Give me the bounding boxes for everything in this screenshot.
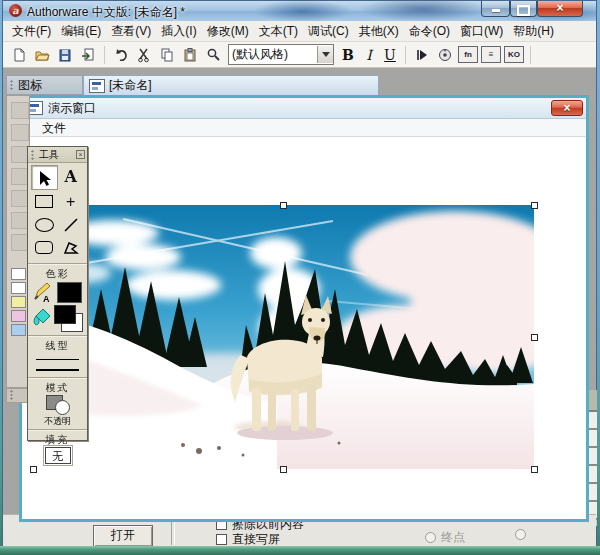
text-style-dropdown[interactable]: (默认风格)	[228, 44, 334, 65]
presentation-title: 演示窗口	[48, 100, 96, 117]
opaque-mode-icon[interactable]	[45, 395, 71, 415]
save-all-icon[interactable]	[55, 45, 75, 65]
toolbar-separator	[405, 46, 406, 64]
icon-palette-title: 图标	[18, 77, 42, 94]
menu-other[interactable]: 其他(X)	[354, 21, 404, 41]
presentation-titlebar: 演示窗口 ×	[22, 98, 586, 119]
design-window-title: [未命名]	[109, 77, 152, 94]
undo-icon[interactable]	[111, 45, 131, 65]
selection-handle-bottom-left[interactable]	[30, 466, 37, 473]
design-window-tab[interactable]: [未命名]	[83, 75, 379, 96]
menu-help[interactable]: 帮助(H)	[508, 21, 559, 41]
functions-icon[interactable]: fn	[458, 46, 478, 63]
end-point-label: 终点	[441, 529, 465, 546]
knowledge-objects-icon[interactable]: KO	[504, 46, 524, 63]
minimize-button[interactable]	[481, 1, 510, 17]
open-file-icon[interactable]	[32, 45, 52, 65]
new-file-icon[interactable]	[9, 45, 29, 65]
ellipse-tool[interactable]	[31, 213, 58, 236]
dog-photo[interactable]	[33, 205, 534, 469]
menu-commands[interactable]: 命令(O)	[404, 21, 455, 41]
underline-button[interactable]: U	[381, 47, 399, 63]
diagonal-line-icon	[63, 217, 79, 233]
cropped-radio[interactable]	[515, 529, 526, 540]
paste-icon[interactable]	[180, 45, 200, 65]
fill-bucket-icon[interactable]	[32, 306, 54, 332]
pointer-tool[interactable]	[31, 165, 58, 190]
menu-text[interactable]: 文本(T)	[254, 21, 303, 41]
direct-write-checkbox[interactable]	[216, 534, 227, 545]
drag-handle-icon[interactable]	[31, 149, 36, 161]
dropdown-arrow-icon[interactable]	[317, 46, 333, 63]
tools-close-icon[interactable]: ×	[76, 150, 85, 159]
mode-value: 不透明	[28, 415, 87, 427]
diagonal-line-tool[interactable]	[58, 213, 85, 236]
tools-palette-title: 工具	[39, 148, 59, 162]
color-section-title: 色彩	[28, 267, 87, 280]
presentation-close-button[interactable]: ×	[551, 100, 583, 116]
ellipse-icon	[35, 218, 54, 232]
window-title: Authorware 中文版: [未命名] *	[27, 4, 185, 21]
presentation-menu-file[interactable]: 文件	[37, 118, 71, 138]
selection-handle-top-center[interactable]	[280, 202, 287, 209]
mode-section-title: 模式	[28, 381, 87, 394]
rounded-rectangle-tool[interactable]	[31, 236, 58, 259]
line-tool[interactable]: +	[58, 190, 85, 213]
text-tool[interactable]: A	[58, 165, 85, 188]
menu-insert[interactable]: 插入(I)	[156, 21, 201, 41]
variables-icon[interactable]: ≡	[481, 46, 501, 63]
import-icon[interactable]	[78, 45, 98, 65]
copy-icon[interactable]	[157, 45, 177, 65]
selection-handle-mid-right[interactable]	[531, 334, 538, 341]
thin-line-option[interactable]	[36, 359, 79, 360]
bold-button[interactable]: B	[339, 47, 357, 63]
foreground-color-swatch[interactable]	[57, 282, 82, 303]
maximize-icon	[517, 5, 530, 16]
motion-icon-button[interactable]	[11, 124, 29, 141]
selection-handle-top-right[interactable]	[531, 202, 538, 209]
italic-button[interactable]: I	[360, 47, 378, 63]
fill-none-option[interactable]: 无	[45, 447, 71, 464]
pointer-arrow-icon	[36, 169, 52, 187]
menubar: 文件(F) 编辑(E) 查看(V) 插入(I) 修改(M) 文本(T) 调试(C…	[3, 21, 596, 42]
fill-color-swatches[interactable]	[54, 305, 83, 332]
menu-debug[interactable]: 调试(C)	[303, 21, 354, 41]
rectangle-icon	[35, 195, 53, 208]
maximize-button[interactable]	[510, 1, 537, 17]
swatch-pink[interactable]	[11, 310, 26, 322]
restart-icon[interactable]	[412, 45, 432, 65]
control-panel-icon[interactable]	[435, 45, 455, 65]
text-style-value: (默认风格)	[229, 46, 317, 63]
menu-modify[interactable]: 修改(M)	[202, 21, 254, 41]
open-button[interactable]: 打开	[93, 525, 153, 547]
display-icon-button[interactable]	[11, 102, 29, 119]
toolbar: (默认风格) B I U fn ≡ KO	[3, 42, 596, 68]
close-button[interactable]: ×	[537, 1, 583, 17]
close-icon: ×	[556, 1, 563, 15]
text-color-pencil-icon[interactable]: A	[33, 281, 55, 303]
drag-handle-icon[interactable]	[10, 389, 15, 401]
thick-line-option[interactable]	[36, 369, 79, 371]
icon-palette-header[interactable]: 图标	[6, 75, 83, 95]
fill-color-swatch[interactable]	[54, 305, 76, 324]
flag-swatch-white-2[interactable]	[11, 282, 26, 294]
flag-swatch-white-1[interactable]	[11, 268, 26, 280]
menu-file[interactable]: 文件(F)	[7, 21, 56, 41]
drag-handle-icon[interactable]	[10, 79, 15, 91]
authorware-logo-icon: a	[9, 4, 22, 17]
selection-handle-bottom-right[interactable]	[531, 466, 538, 473]
tools-palette-titlebar[interactable]: 工具 ×	[28, 147, 87, 163]
find-icon[interactable]	[203, 45, 223, 65]
rectangle-tool[interactable]	[31, 190, 58, 213]
swatch-blue[interactable]	[11, 324, 26, 336]
menu-view[interactable]: 查看(V)	[106, 21, 156, 41]
menu-edit[interactable]: 编辑(E)	[56, 21, 106, 41]
swatch-yellow[interactable]	[11, 296, 26, 308]
end-point-radio[interactable]	[425, 532, 436, 543]
selection-handle-bottom-center[interactable]	[280, 466, 287, 473]
end-point-row: 终点	[425, 529, 465, 546]
menu-window[interactable]: 窗口(W)	[455, 21, 508, 41]
cut-icon[interactable]	[134, 45, 154, 65]
polygon-tool[interactable]	[58, 236, 85, 259]
tools-palette: 工具 × A + 色彩 A 线型	[27, 146, 88, 441]
